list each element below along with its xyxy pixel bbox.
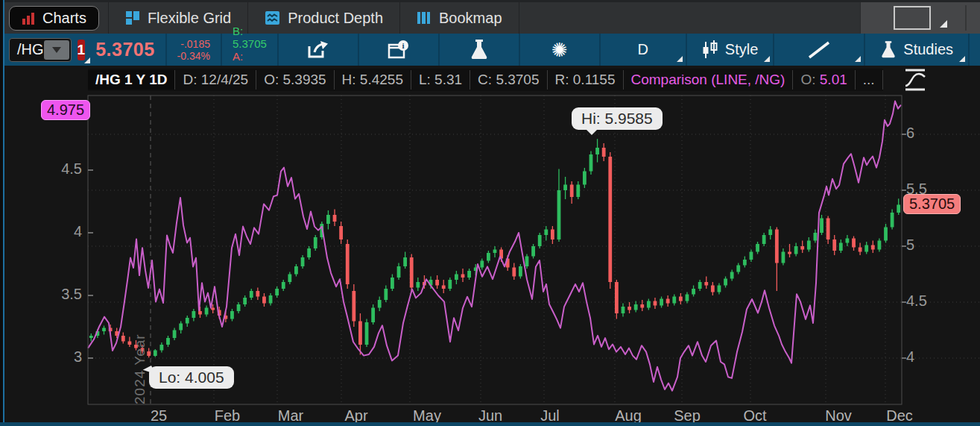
chart-panel: /HG 1 Y 1D D: 12/4/25 O: 5.3935 H: 5.425… (0, 66, 980, 426)
chart-title: /HG 1 Y 1D (88, 70, 175, 90)
tab-charts-label: Charts (42, 10, 86, 27)
dropdown-corner-icon (959, 56, 965, 62)
studies-button[interactable]: Studies (865, 34, 968, 66)
tab-bar-divider (965, 5, 967, 31)
gear-icon: ✺ (551, 40, 568, 60)
tab-bookmap[interactable]: Bookmap (400, 2, 519, 34)
axis-tick-label: 5 (906, 237, 914, 254)
chart-close: C: 5.3705 (470, 70, 547, 90)
chart-toolbar: /HG 1 5.3705 -.0185 -0.34% B: 5.3705 A: … (0, 34, 980, 66)
analyze-button[interactable] (440, 34, 519, 66)
tooltip-pointer (585, 128, 598, 142)
high-tooltip: Hi: 5.9585 (572, 107, 663, 130)
style-label: Style (725, 41, 758, 58)
bookmap-icon (417, 10, 431, 25)
flask-icon (470, 40, 489, 60)
timeframe-label: D (638, 41, 648, 58)
curve-icon (902, 68, 928, 92)
dropdown-corner-icon (677, 56, 683, 62)
chart-mode-toggle-button[interactable] (902, 68, 928, 92)
last-price: 5.3705 (92, 39, 165, 60)
comparison-label[interactable]: Comparison (LINE, /NG) (624, 70, 794, 90)
drawing-tools-button[interactable] (774, 34, 864, 66)
dropdown-corner-icon (855, 56, 861, 62)
comparison-open: O: 5.01 (793, 70, 855, 90)
comparison-price-badge: 4.975 (41, 100, 90, 120)
chart-info-bar: /HG 1 Y 1D D: 12/4/25 O: 5.3935 H: 5.425… (88, 69, 883, 91)
chart-high: H: 5.4255 (335, 70, 411, 90)
change-percent: -0.34% (177, 50, 210, 62)
patterns-button[interactable] (970, 34, 980, 66)
axis-tick-label: 3 (25, 348, 82, 366)
tab-bar-right-section (860, 2, 980, 34)
axis-tick-label: 4 (906, 348, 914, 366)
style-button[interactable]: Style (687, 34, 773, 66)
axis-tick-label: 3.5 (25, 286, 82, 303)
info-document-icon: i (388, 40, 410, 60)
low-tooltip: Lo: 4.005 (149, 366, 234, 389)
chart-date: D: 12/4/25 (175, 70, 256, 90)
chart-low: L: 5.31 (411, 70, 470, 90)
svg-text:i: i (402, 41, 404, 50)
axis-tick-label: 4.5 (25, 160, 82, 178)
chart-range: R: 0.1155 (548, 70, 624, 90)
order-count-badge[interactable]: 1 (78, 40, 86, 60)
axis-tick-label: 6 (906, 125, 914, 142)
product-depth-icon (265, 10, 280, 25)
layout-selector-button[interactable] (894, 6, 931, 30)
symbol-input[interactable]: /HG (9, 38, 72, 62)
trading-app-window: Charts Flexible Grid Product Depth (0, 0, 980, 426)
chart-describe-button[interactable]: i (359, 34, 438, 66)
header-ellipsis[interactable]: ... (856, 70, 883, 90)
candlestick-style-icon (702, 40, 718, 60)
window-bottom-edge (0, 422, 980, 426)
trendline-icon (806, 40, 832, 60)
bid-value: B: 5.3705 (233, 25, 267, 50)
share-button[interactable] (279, 34, 358, 66)
dropdown-corner-icon (764, 56, 770, 62)
studies-label: Studies (903, 41, 953, 58)
price-change: -.0185 -0.34% (167, 38, 221, 62)
symbol-dropdown-button[interactable] (44, 40, 69, 60)
axis-tick-label: 4 (25, 223, 82, 240)
tab-bar: Charts Flexible Grid Product Depth (0, 0, 980, 34)
last-price-badge: 5.3705 (903, 194, 961, 214)
tab-product-depth-label: Product Depth (288, 10, 383, 27)
timeframe-button[interactable]: D (601, 34, 686, 66)
settings-button[interactable]: ✺ (520, 34, 599, 66)
change-value: -.0185 (180, 38, 210, 50)
layout-selector-dropdown-arrow[interactable] (940, 20, 947, 28)
symbol-text: /HG (17, 41, 44, 58)
studies-flask-icon (880, 40, 897, 60)
tab-charts[interactable]: Charts (0, 2, 109, 34)
share-icon (307, 40, 329, 60)
window-left-edge (0, 0, 4, 426)
bar-chart-icon (22, 11, 36, 25)
chart-open: O: 5.3935 (256, 70, 334, 90)
axis-tick-label: 4.5 (906, 292, 927, 310)
flexible-grid-icon (125, 10, 140, 25)
tab-flexible-grid-label: Flexible Grid (148, 10, 231, 27)
tab-bookmap-label: Bookmap (439, 10, 502, 27)
